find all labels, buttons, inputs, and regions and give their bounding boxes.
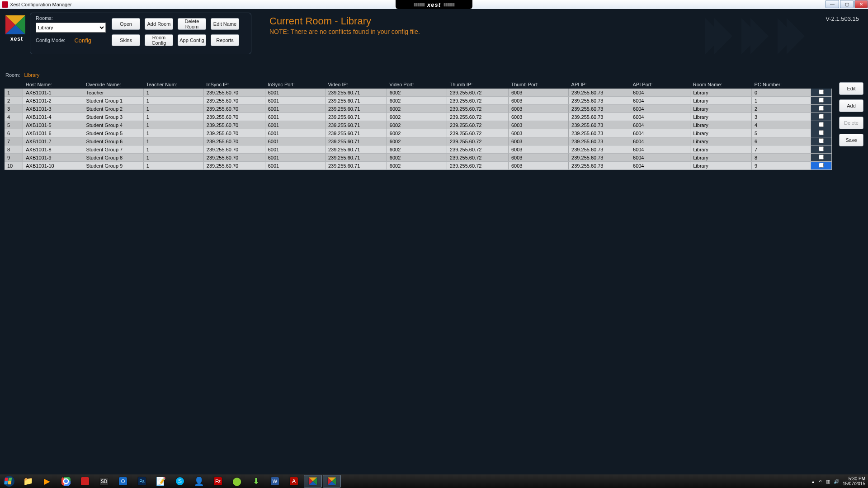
row-checkbox[interactable] xyxy=(819,163,824,168)
row-checkbox-cell[interactable] xyxy=(811,121,831,129)
cell-tip[interactable]: 239.255.60.72 xyxy=(447,105,509,113)
row-checkbox[interactable] xyxy=(819,114,824,119)
cell-n[interactable]: 2 xyxy=(5,97,23,105)
cell-room[interactable]: Library xyxy=(690,121,752,129)
cell-vport[interactable]: 6002 xyxy=(387,137,447,145)
cell-tn[interactable]: 1 xyxy=(143,89,203,97)
cell-tip[interactable]: 239.255.60.72 xyxy=(447,89,509,97)
add-room-button[interactable]: Add Room xyxy=(145,18,173,30)
edit-name-button[interactable]: Edit Name xyxy=(211,18,239,30)
cell-pc[interactable]: 9 xyxy=(752,162,811,170)
taskbar-filezilla[interactable]: Fz xyxy=(209,475,227,488)
cell-room[interactable]: Library xyxy=(690,89,752,97)
start-button[interactable] xyxy=(0,474,18,488)
cell-vip[interactable]: 239.255.60.71 xyxy=(325,89,387,97)
table-row[interactable]: 8AXB1001-8Student Group 71239.255.60.706… xyxy=(5,145,832,154)
row-checkbox[interactable] xyxy=(819,122,824,127)
cell-n[interactable]: 10 xyxy=(5,162,23,170)
cell-host[interactable]: AXB1001-1 xyxy=(23,89,83,97)
cell-pc[interactable]: 8 xyxy=(752,154,811,162)
cell-host[interactable]: AXB1001-2 xyxy=(23,97,83,105)
cell-vport[interactable]: 6002 xyxy=(387,105,447,113)
cell-room[interactable]: Library xyxy=(690,105,752,113)
taskbar[interactable]: 📁 ▶ SD O Ps 📝 S 👤 Fz ⬤ ⬇ W A ▴ 🏳 ▥ 🔊 5:3… xyxy=(0,474,868,488)
cell-tn[interactable]: 1 xyxy=(143,129,203,137)
table-row[interactable]: 6AXB1001-6Student Group 51239.255.60.706… xyxy=(5,129,832,137)
row-checkbox[interactable] xyxy=(819,146,824,151)
cell-room[interactable]: Library xyxy=(690,97,752,105)
cell-tn[interactable]: 1 xyxy=(143,105,203,113)
taskbar-media-player[interactable]: ▶ xyxy=(38,475,56,488)
table-row[interactable]: 7AXB1001-7Student Group 61239.255.60.706… xyxy=(5,137,832,145)
cell-n[interactable]: 6 xyxy=(5,129,23,137)
cell-aport[interactable]: 6004 xyxy=(630,113,690,121)
cell-vip[interactable]: 239.255.60.71 xyxy=(325,162,387,170)
cell-iip[interactable]: 239.255.60.70 xyxy=(203,121,265,129)
cell-tport[interactable]: 6003 xyxy=(508,162,568,170)
table-row[interactable]: 1AXB1001-1Teacher1239.255.60.706001239.2… xyxy=(5,89,832,97)
table-row[interactable]: 5AXB1001-5Student Group 41239.255.60.706… xyxy=(5,121,832,129)
cell-aip[interactable]: 239.255.60.73 xyxy=(569,121,630,129)
taskbar-notepad[interactable]: 📝 xyxy=(152,475,170,488)
cell-tport[interactable]: 6003 xyxy=(508,145,568,154)
cell-host[interactable]: AXB1001-7 xyxy=(23,137,83,145)
col-video-port[interactable]: Video Port: xyxy=(387,80,447,89)
cell-tip[interactable]: 239.255.60.72 xyxy=(447,113,509,121)
cell-vport[interactable]: 6002 xyxy=(387,145,447,154)
cell-vip[interactable]: 239.255.60.71 xyxy=(325,121,387,129)
cell-iip[interactable]: 239.255.60.70 xyxy=(203,162,265,170)
cell-n[interactable]: 8 xyxy=(5,145,23,154)
cell-tn[interactable]: 1 xyxy=(143,121,203,129)
taskbar-outlook[interactable]: O xyxy=(114,475,132,488)
cell-iport[interactable]: 6001 xyxy=(265,162,325,170)
cell-pc[interactable]: 4 xyxy=(752,121,811,129)
cell-iport[interactable]: 6001 xyxy=(265,97,325,105)
col-api-port[interactable]: API Port: xyxy=(630,80,690,89)
cell-aport[interactable]: 6004 xyxy=(630,105,690,113)
cell-room[interactable]: Library xyxy=(690,113,752,121)
cell-override[interactable]: Student Group 8 xyxy=(83,154,143,162)
cell-aip[interactable]: 239.255.60.73 xyxy=(569,129,630,137)
cell-override[interactable]: Student Group 4 xyxy=(83,121,143,129)
row-checkbox[interactable] xyxy=(819,89,824,94)
col-host[interactable]: Host Name: xyxy=(23,80,83,89)
cell-iport[interactable]: 6001 xyxy=(265,154,325,162)
cell-tport[interactable]: 6003 xyxy=(508,154,568,162)
cell-vip[interactable]: 239.255.60.71 xyxy=(325,129,387,137)
cell-iip[interactable]: 239.255.60.70 xyxy=(203,105,265,113)
cell-aip[interactable]: 239.255.60.73 xyxy=(569,162,630,170)
cell-aip[interactable]: 239.255.60.73 xyxy=(569,137,630,145)
cell-iip[interactable]: 239.255.60.70 xyxy=(203,113,265,121)
row-checkbox-cell[interactable] xyxy=(811,97,831,105)
cell-aport[interactable]: 6004 xyxy=(630,145,690,154)
cell-iip[interactable]: 239.255.60.70 xyxy=(203,137,265,145)
taskbar-app-red[interactable] xyxy=(76,475,94,488)
taskbar-xest-2[interactable] xyxy=(323,475,341,488)
cell-override[interactable]: Student Group 6 xyxy=(83,137,143,145)
row-checkbox-cell[interactable] xyxy=(811,129,831,137)
cell-tip[interactable]: 239.255.60.72 xyxy=(447,121,509,129)
cell-override[interactable]: Student Group 9 xyxy=(83,162,143,170)
row-checkbox-cell[interactable] xyxy=(811,113,831,121)
delete-room-button[interactable]: Delete Room xyxy=(178,18,206,30)
cell-tn[interactable]: 1 xyxy=(143,97,203,105)
row-checkbox[interactable] xyxy=(819,130,824,135)
cell-override[interactable]: Teacher xyxy=(83,89,143,97)
cell-override[interactable]: Student Group 5 xyxy=(83,129,143,137)
cell-tport[interactable]: 6003 xyxy=(508,129,568,137)
cell-pc[interactable]: 1 xyxy=(752,97,811,105)
taskbar-sd[interactable]: SD xyxy=(95,475,113,488)
cell-tport[interactable]: 6003 xyxy=(508,89,568,97)
row-checkbox-cell[interactable] xyxy=(811,162,831,170)
reports-button[interactable]: Reports xyxy=(211,34,239,46)
cell-host[interactable]: AXB1001-4 xyxy=(23,113,83,121)
tray-volume-icon[interactable]: 🔊 xyxy=(834,479,839,484)
cell-iip[interactable]: 239.255.60.70 xyxy=(203,154,265,162)
cell-aport[interactable]: 6004 xyxy=(630,154,690,162)
cell-aport[interactable]: 6004 xyxy=(630,89,690,97)
cell-iport[interactable]: 6001 xyxy=(265,137,325,145)
cell-n[interactable]: 5 xyxy=(5,121,23,129)
taskbar-chrome[interactable] xyxy=(57,475,75,488)
cell-aip[interactable]: 239.255.60.73 xyxy=(569,145,630,154)
cell-pc[interactable]: 6 xyxy=(752,137,811,145)
